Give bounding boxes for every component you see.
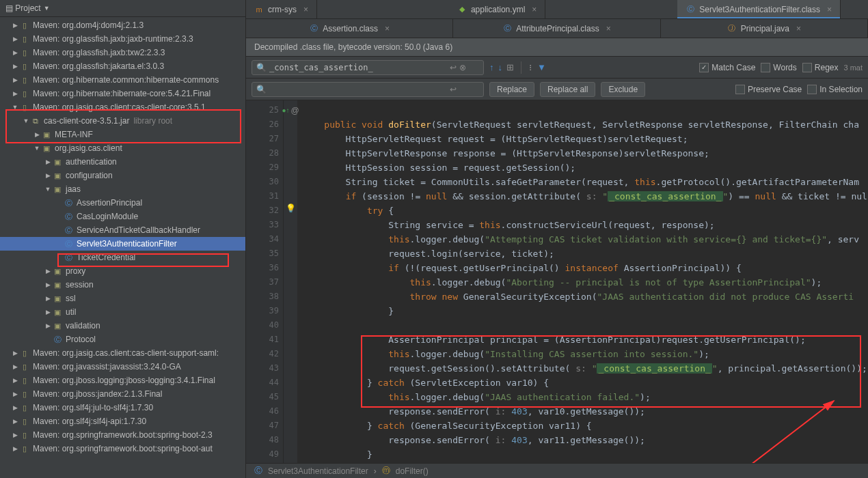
tree-item[interactable]: ▶▯Maven: org.glassfish.jaxb:jaxb-runtime…	[0, 32, 245, 46]
tree-item[interactable]: ▼▣org.jasig.cas.client	[0, 141, 245, 155]
editor-tab[interactable]: ⒸAttributePrincipal.class×	[453, 19, 660, 38]
expand-arrow-icon[interactable]: ▶	[44, 172, 52, 179]
tree-item[interactable]: ▶▯Maven: org.javassist:javassist:3.24.0-…	[0, 360, 245, 374]
tree-item[interactable]: ⒸCasLoginModule	[0, 210, 245, 223]
tree-item[interactable]: ▼▯Maven: org.jasig.cas.client:cas-client…	[0, 100, 245, 114]
expand-arrow-icon[interactable]: ▶	[33, 131, 41, 138]
tree-item[interactable]: ▶▯Maven: org.slf4j:jul-to-slf4j:1.7.30	[0, 401, 245, 414]
expand-arrow-icon[interactable]: ▶	[11, 377, 19, 384]
expand-arrow-icon[interactable]: ▶	[11, 432, 19, 438]
tree-item[interactable]: ▶▣ssl	[0, 292, 245, 305]
expand-arrow-icon[interactable]: ▶	[11, 363, 19, 370]
expand-arrow-icon[interactable]: ▶	[44, 322, 52, 329]
tree-item[interactable]: ▶▣validation	[0, 319, 245, 333]
expand-arrow-icon[interactable]: ▶	[44, 281, 52, 288]
project-tool-header[interactable]: ▤ Project ▼	[0, 0, 245, 17]
expand-arrow-icon[interactable]: ▶	[44, 268, 52, 275]
editor-tab[interactable]: ⒸAssertion.class×	[246, 19, 453, 38]
close-icon[interactable]: ×	[303, 5, 308, 14]
editor-tab[interactable]: ⒸServlet3AuthenticationFilter.class×	[677, 0, 841, 18]
find-input[interactable]	[269, 63, 447, 72]
close-icon[interactable]: ×	[827, 5, 832, 14]
expand-arrow-icon[interactable]: ▶	[11, 350, 19, 356]
tree-item[interactable]: ▶▯Maven: org.jboss:jandex:2.1.3.Final	[0, 387, 245, 401]
code-content[interactable]: public void doFilter(ServletRequest serv…	[297, 100, 868, 463]
tree-item[interactable]: ▶▯Maven: org.hibernate.common:hibernate-…	[0, 73, 245, 87]
expand-arrow-icon[interactable]: ▶	[11, 445, 19, 452]
breadcrumb-method[interactable]: doFilter()	[396, 466, 429, 476]
expand-arrow-icon[interactable]: ▶	[11, 90, 19, 97]
expand-arrow-icon[interactable]: ▼	[33, 145, 41, 152]
expand-arrow-icon[interactable]: ▼	[44, 186, 52, 193]
breadcrumb-class[interactable]: Servlet3AuthenticationFilter	[268, 466, 368, 476]
tree-item[interactable]: ▶▣proxy	[0, 264, 245, 278]
tree-item[interactable]: ⒸProtocol	[0, 333, 245, 346]
filter-icon[interactable]: ▼	[537, 62, 546, 72]
expand-arrow-icon[interactable]: ▶	[11, 49, 19, 56]
close-icon[interactable]: ×	[796, 24, 801, 33]
tree-item[interactable]: ⒸTicketCredential	[0, 251, 245, 264]
intention-bulb-icon[interactable]: 💡	[286, 203, 296, 218]
preserve-case-check[interactable]: Preserve Case	[735, 85, 802, 94]
tree-item[interactable]: ▶▣util	[0, 305, 245, 319]
match-case-check[interactable]: ✓Match Case	[699, 63, 755, 72]
editor-tab[interactable]: ◆application.yml×	[449, 0, 545, 18]
regex-check[interactable]: Regex	[802, 63, 839, 72]
tree-item[interactable]: ▶▯Maven: org.springframework.boot:spring…	[0, 442, 245, 455]
tree-item[interactable]: ▶▯Maven: org.dom4j:dom4j:2.1.3	[0, 18, 245, 32]
expand-arrow-icon[interactable]: ▶	[11, 36, 19, 42]
expand-arrow-icon[interactable]: ▶	[44, 158, 52, 165]
tree-item[interactable]: ▶▯Maven: org.hibernate:hibernate-core:5.…	[0, 87, 245, 100]
tree-item[interactable]: ▼▣jaas	[0, 182, 245, 196]
tree-item[interactable]: ⒸAssertionPrincipal	[0, 196, 245, 210]
tree-item[interactable]: ▶▯Maven: org.jboss.logging:jboss-logging…	[0, 374, 245, 387]
clear-icon[interactable]: ⊗	[459, 63, 466, 72]
close-icon[interactable]: ×	[606, 24, 611, 33]
tree-item-label: authentication	[66, 157, 117, 167]
code-editor[interactable]: 2526272829303132333435363738394041424344…	[246, 100, 868, 463]
expand-arrow-icon[interactable]: ▶	[11, 391, 19, 397]
history-icon[interactable]: ↩	[450, 63, 457, 72]
expand-arrow-icon[interactable]: ▶	[11, 76, 19, 83]
tree-item[interactable]: ▶▣authentication	[0, 155, 245, 169]
close-icon[interactable]: ×	[532, 5, 537, 14]
project-tree[interactable]: ▶▯Maven: org.dom4j:dom4j:2.1.3▶▯Maven: o…	[0, 17, 245, 478]
expand-arrow-icon[interactable]: ▼	[11, 104, 19, 111]
expand-arrow-icon[interactable]: ▶	[11, 404, 19, 411]
replace-button[interactable]: Replace	[489, 82, 534, 97]
expand-arrow-icon[interactable]: ▶	[44, 295, 52, 302]
add-selection-icon[interactable]: ⫶	[528, 62, 533, 72]
exclude-button[interactable]: Exclude	[601, 82, 645, 97]
editor-tab[interactable]: ⒿPrincipal.java×	[661, 19, 868, 38]
tree-item[interactable]: ▶▣configuration	[0, 169, 245, 182]
history-icon[interactable]: ↩	[450, 85, 457, 94]
replace-all-button[interactable]: Replace all	[540, 82, 595, 97]
tree-item[interactable]: ▼⧉cas-client-core-3.5.1.jarlibrary root	[0, 114, 245, 128]
close-icon[interactable]: ×	[385, 24, 390, 33]
chevron-down-icon[interactable]: ▼	[44, 5, 50, 12]
override-icon[interactable]: ●↑	[282, 107, 289, 114]
tree-item[interactable]: ▶▯Maven: org.slf4j:slf4j-api:1.7.30	[0, 414, 245, 428]
tree-item-label: Servlet3AuthenticationFilter	[77, 239, 177, 249]
tree-item[interactable]: ▶▯Maven: org.jasig.cas.client:cas-client…	[0, 346, 245, 360]
prev-match-icon[interactable]: ↑	[489, 62, 494, 72]
editor-tab[interactable]: mcrm-sys×	[246, 0, 317, 18]
replace-input[interactable]	[269, 85, 447, 94]
lib-icon: ▯	[19, 47, 30, 58]
in-selection-check[interactable]: In Selection	[807, 85, 863, 94]
tree-item[interactable]: ▶▣META-INF	[0, 128, 245, 141]
expand-arrow-icon[interactable]: ▶	[11, 418, 19, 425]
tree-item[interactable]: ▶▯Maven: org.glassfish:jakarta.el:3.0.3	[0, 59, 245, 73]
select-all-icon[interactable]: ⊞	[506, 62, 514, 72]
tree-item[interactable]: ⒸServlet3AuthenticationFilter	[0, 237, 245, 251]
tree-item[interactable]: ▶▯Maven: org.springframework.boot:spring…	[0, 428, 245, 442]
expand-arrow-icon[interactable]: ▶	[11, 63, 19, 70]
tree-item[interactable]: ⒸServiceAndTicketCallbackHandler	[0, 223, 245, 237]
words-check[interactable]: Words	[761, 63, 796, 72]
tree-item[interactable]: ▶▯Maven: org.glassfish.jaxb:txw2:2.3.3	[0, 46, 245, 59]
tree-item[interactable]: ▶▣session	[0, 278, 245, 292]
next-match-icon[interactable]: ↓	[498, 62, 503, 72]
expand-arrow-icon[interactable]: ▶	[44, 309, 52, 315]
expand-arrow-icon[interactable]: ▶	[11, 22, 19, 29]
expand-arrow-icon[interactable]: ▼	[22, 117, 30, 124]
